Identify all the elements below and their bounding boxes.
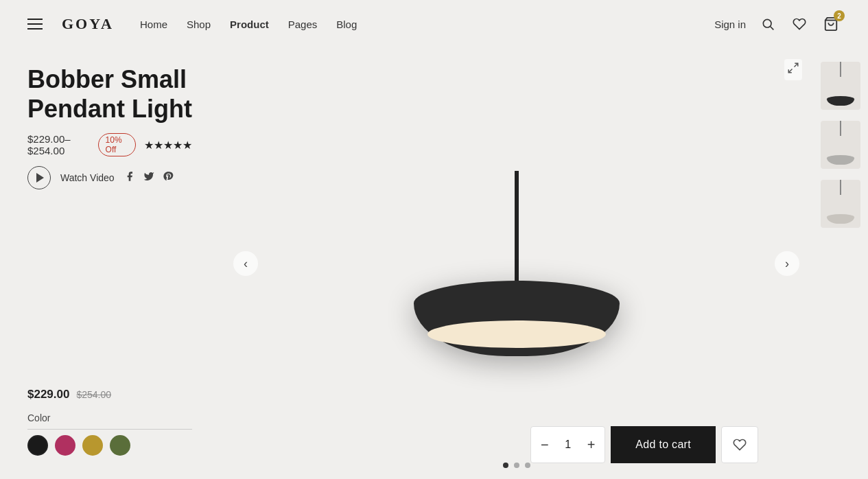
- thumb-cord-3: [840, 180, 841, 195]
- product-image: [414, 171, 620, 356]
- color-swatch-black[interactable]: [27, 435, 48, 456]
- bottom-bar: − 1 + Add to cart: [530, 424, 758, 465]
- add-to-cart-button[interactable]: Add to cart: [611, 426, 716, 463]
- star-rating: ★★★★★: [144, 139, 192, 152]
- nav-blog[interactable]: Blog: [336, 19, 357, 30]
- pinterest-icon[interactable]: [163, 171, 174, 185]
- price-range: $229.00–$254.00: [27, 133, 90, 156]
- watch-video-label[interactable]: Watch Video: [60, 172, 115, 183]
- quantity-control: − 1 +: [530, 426, 605, 463]
- cart-badge: 2: [834, 10, 845, 21]
- wishlist-button[interactable]: [721, 426, 758, 463]
- wishlist-icon[interactable]: [790, 14, 809, 34]
- nav-shop[interactable]: Shop: [187, 19, 211, 30]
- thumb-shade-3: [827, 214, 854, 224]
- carousel-dot-1[interactable]: [503, 463, 508, 468]
- pendant-shade: [414, 281, 620, 356]
- thumbnail-2[interactable]: [821, 121, 860, 169]
- color-swatch-gold[interactable]: [82, 435, 103, 456]
- watch-video-row: Watch Video: [27, 166, 192, 189]
- thumbnail-3[interactable]: [821, 180, 860, 228]
- bottom-left: $229.00 $254.00 Color: [27, 388, 192, 463]
- color-swatch-olive[interactable]: [110, 435, 130, 456]
- product-title: Bobber Small Pendant Light: [27, 65, 192, 124]
- svg-point-0: [763, 19, 771, 27]
- hamburger-icon[interactable]: [27, 19, 43, 30]
- thumbnail-sidebar: [813, 48, 868, 479]
- svg-line-3: [795, 63, 798, 67]
- header-right: Sign in 2: [714, 14, 841, 34]
- quantity-increase-button[interactable]: +: [585, 438, 598, 452]
- nav-product[interactable]: Product: [230, 19, 269, 30]
- sign-in-link[interactable]: Sign in: [714, 19, 746, 30]
- carousel-prev-button[interactable]: ‹: [233, 251, 258, 276]
- carousel-dots: [503, 463, 530, 468]
- carousel-next-button[interactable]: ›: [775, 251, 799, 276]
- thumb-shade-2: [827, 155, 854, 165]
- thumb-cord-2: [840, 121, 841, 136]
- discount-badge: 10% Off: [98, 133, 136, 156]
- product-image-area: ‹ › − 1 + Add to cart: [220, 48, 813, 479]
- facebook-icon[interactable]: [124, 171, 135, 185]
- nav-pages[interactable]: Pages: [288, 19, 318, 30]
- current-price: $229.00: [27, 388, 69, 401]
- svg-line-4: [788, 69, 792, 73]
- header-left: GOYA Home Shop Product Pages Blog: [27, 15, 357, 33]
- svg-line-1: [771, 27, 774, 30]
- color-swatches: [27, 435, 192, 456]
- pendant-cord: [515, 171, 519, 281]
- thumb-cord-1: [840, 62, 841, 77]
- expand-icon[interactable]: [784, 59, 802, 80]
- nav: Home Shop Product Pages Blog: [140, 19, 357, 30]
- original-price: $254.00: [76, 389, 111, 400]
- header: GOYA Home Shop Product Pages Blog Sign i…: [0, 0, 868, 48]
- pendant-bottom: [427, 320, 606, 348]
- logo[interactable]: GOYA: [62, 15, 114, 33]
- carousel-dot-3[interactable]: [525, 463, 530, 468]
- main-content: Bobber Small Pendant Light $229.00–$254.…: [0, 48, 868, 479]
- price-row: $229.00–$254.00 10% Off ★★★★★: [27, 133, 192, 156]
- left-panel: Bobber Small Pendant Light $229.00–$254.…: [0, 48, 220, 479]
- cart-icon[interactable]: 2: [821, 14, 841, 34]
- quantity-decrease-button[interactable]: −: [538, 438, 552, 452]
- nav-home[interactable]: Home: [140, 19, 167, 30]
- thumbnail-1[interactable]: [821, 62, 860, 110]
- color-label: Color: [27, 412, 192, 430]
- social-icons: [124, 171, 174, 185]
- carousel-dot-2[interactable]: [514, 463, 519, 468]
- twitter-icon[interactable]: [143, 171, 154, 185]
- play-button[interactable]: [27, 166, 51, 189]
- thumb-shade-1: [827, 96, 854, 106]
- search-icon[interactable]: [758, 14, 777, 34]
- color-swatch-red[interactable]: [55, 435, 75, 456]
- quantity-value: 1: [561, 439, 575, 451]
